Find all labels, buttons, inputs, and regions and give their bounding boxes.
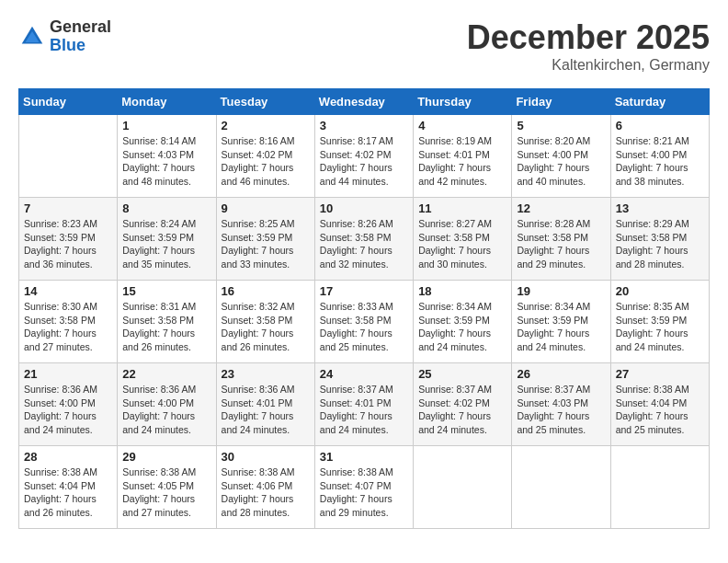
header-day-tuesday: Tuesday — [216, 89, 314, 115]
calendar-cell: 20Sunrise: 8:35 AMSunset: 3:59 PMDayligh… — [610, 281, 709, 363]
day-info: Sunrise: 8:20 AMSunset: 4:00 PMDaylight:… — [517, 134, 605, 189]
day-info: Sunrise: 8:34 AMSunset: 3:59 PMDaylight:… — [517, 300, 605, 354]
header-day-sunday: Sunday — [19, 89, 118, 115]
calendar-cell: 11Sunrise: 8:27 AMSunset: 3:58 PMDayligh… — [414, 198, 512, 281]
location-label: Kaltenkirchen, Germany — [467, 57, 710, 74]
logo: General Blue — [18, 18, 111, 55]
logo-icon — [18, 23, 46, 51]
header-row: SundayMondayTuesdayWednesdayThursdayFrid… — [19, 89, 710, 115]
header-day-wednesday: Wednesday — [314, 89, 413, 115]
day-number: 13 — [616, 201, 704, 215]
calendar-cell: 6Sunrise: 8:21 AMSunset: 4:00 PMDaylight… — [610, 115, 709, 198]
day-info: Sunrise: 8:23 AMSunset: 3:59 PMDaylight:… — [24, 217, 112, 271]
calendar-cell: 29Sunrise: 8:38 AMSunset: 4:05 PMDayligh… — [118, 446, 216, 529]
calendar-cell: 4Sunrise: 8:19 AMSunset: 4:01 PMDaylight… — [414, 115, 512, 198]
day-info: Sunrise: 8:38 AMSunset: 4:06 PMDaylight:… — [222, 465, 310, 520]
calendar-cell: 23Sunrise: 8:36 AMSunset: 4:01 PMDayligh… — [216, 363, 314, 446]
day-info: Sunrise: 8:37 AMSunset: 4:02 PMDaylight:… — [418, 383, 506, 437]
week-row-4: 28Sunrise: 8:38 AMSunset: 4:04 PMDayligh… — [19, 446, 710, 529]
calendar-cell: 15Sunrise: 8:31 AMSunset: 3:58 PMDayligh… — [118, 281, 216, 363]
day-number: 25 — [418, 367, 506, 381]
day-info: Sunrise: 8:17 AMSunset: 4:02 PMDaylight:… — [320, 134, 408, 189]
day-number: 10 — [320, 201, 408, 215]
day-number: 14 — [24, 284, 112, 298]
day-info: Sunrise: 8:35 AMSunset: 3:59 PMDaylight:… — [616, 300, 704, 354]
calendar-cell: 7Sunrise: 8:23 AMSunset: 3:59 PMDaylight… — [19, 198, 118, 281]
day-number: 5 — [517, 119, 605, 132]
day-info: Sunrise: 8:21 AMSunset: 4:00 PMDaylight:… — [616, 134, 704, 189]
day-info: Sunrise: 8:25 AMSunset: 3:59 PMDaylight:… — [222, 217, 310, 271]
calendar-header: SundayMondayTuesdayWednesdayThursdayFrid… — [19, 89, 710, 115]
day-number: 31 — [320, 450, 408, 464]
day-info: Sunrise: 8:38 AMSunset: 4:04 PMDaylight:… — [24, 465, 112, 520]
calendar-cell: 3Sunrise: 8:17 AMSunset: 4:02 PMDaylight… — [314, 115, 413, 198]
calendar-cell — [512, 446, 610, 529]
day-info: Sunrise: 8:38 AMSunset: 4:04 PMDaylight:… — [616, 383, 704, 437]
week-row-3: 21Sunrise: 8:36 AMSunset: 4:00 PMDayligh… — [19, 363, 710, 446]
day-info: Sunrise: 8:28 AMSunset: 3:58 PMDaylight:… — [517, 217, 605, 271]
day-number: 29 — [122, 450, 210, 464]
day-number: 3 — [320, 119, 408, 132]
day-number: 18 — [418, 284, 506, 298]
day-number: 9 — [222, 201, 310, 215]
day-number: 22 — [122, 367, 210, 381]
calendar-cell: 8Sunrise: 8:24 AMSunset: 3:59 PMDaylight… — [118, 198, 216, 281]
calendar-cell: 18Sunrise: 8:34 AMSunset: 3:59 PMDayligh… — [414, 281, 512, 363]
calendar-table: SundayMondayTuesdayWednesdayThursdayFrid… — [18, 88, 710, 529]
day-number: 26 — [517, 367, 605, 381]
day-number: 11 — [418, 201, 506, 215]
calendar-cell: 21Sunrise: 8:36 AMSunset: 4:00 PMDayligh… — [19, 363, 118, 446]
day-info: Sunrise: 8:26 AMSunset: 3:58 PMDaylight:… — [320, 217, 408, 271]
calendar-cell: 22Sunrise: 8:36 AMSunset: 4:00 PMDayligh… — [118, 363, 216, 446]
calendar-cell — [610, 446, 709, 529]
day-number: 2 — [222, 119, 310, 132]
calendar-cell: 17Sunrise: 8:33 AMSunset: 3:58 PMDayligh… — [314, 281, 413, 363]
day-info: Sunrise: 8:29 AMSunset: 3:58 PMDaylight:… — [616, 217, 704, 271]
day-info: Sunrise: 8:32 AMSunset: 3:58 PMDaylight:… — [222, 300, 310, 354]
calendar-cell: 9Sunrise: 8:25 AMSunset: 3:59 PMDaylight… — [216, 198, 314, 281]
calendar-cell: 24Sunrise: 8:37 AMSunset: 4:01 PMDayligh… — [314, 363, 413, 446]
header-day-saturday: Saturday — [610, 89, 709, 115]
calendar-cell: 14Sunrise: 8:30 AMSunset: 3:58 PMDayligh… — [19, 281, 118, 363]
day-number: 30 — [222, 450, 310, 464]
calendar-cell: 31Sunrise: 8:38 AMSunset: 4:07 PMDayligh… — [314, 446, 413, 529]
day-info: Sunrise: 8:30 AMSunset: 3:58 PMDaylight:… — [24, 300, 112, 354]
day-number: 4 — [418, 119, 506, 132]
week-row-1: 7Sunrise: 8:23 AMSunset: 3:59 PMDaylight… — [19, 198, 710, 281]
calendar-cell: 1Sunrise: 8:14 AMSunset: 4:03 PMDaylight… — [118, 115, 216, 198]
calendar-cell — [414, 446, 512, 529]
day-info: Sunrise: 8:14 AMSunset: 4:03 PMDaylight:… — [122, 134, 210, 189]
day-info: Sunrise: 8:24 AMSunset: 3:59 PMDaylight:… — [122, 217, 210, 271]
logo-blue-label: Blue — [50, 37, 111, 55]
week-row-0: 1Sunrise: 8:14 AMSunset: 4:03 PMDaylight… — [19, 115, 710, 198]
header-day-thursday: Thursday — [414, 89, 512, 115]
calendar-cell: 2Sunrise: 8:16 AMSunset: 4:02 PMDaylight… — [216, 115, 314, 198]
month-title: December 2025 — [467, 18, 710, 57]
page-header: General Blue December 2025 Kaltenkirchen… — [18, 18, 710, 74]
day-info: Sunrise: 8:37 AMSunset: 4:03 PMDaylight:… — [517, 383, 605, 437]
day-info: Sunrise: 8:36 AMSunset: 4:00 PMDaylight:… — [122, 383, 210, 437]
header-day-friday: Friday — [512, 89, 610, 115]
day-info: Sunrise: 8:36 AMSunset: 4:01 PMDaylight:… — [222, 383, 310, 437]
day-number: 23 — [222, 367, 310, 381]
logo-general-label: General — [50, 18, 111, 37]
day-number: 7 — [24, 201, 112, 215]
day-info: Sunrise: 8:38 AMSunset: 4:07 PMDaylight:… — [320, 465, 408, 520]
day-number: 6 — [616, 119, 704, 132]
day-number: 27 — [616, 367, 704, 381]
day-number: 19 — [517, 284, 605, 298]
day-number: 8 — [122, 201, 210, 215]
calendar-cell: 16Sunrise: 8:32 AMSunset: 3:58 PMDayligh… — [216, 281, 314, 363]
calendar-cell: 5Sunrise: 8:20 AMSunset: 4:00 PMDaylight… — [512, 115, 610, 198]
day-info: Sunrise: 8:36 AMSunset: 4:00 PMDaylight:… — [24, 383, 112, 437]
day-number: 15 — [122, 284, 210, 298]
day-info: Sunrise: 8:37 AMSunset: 4:01 PMDaylight:… — [320, 383, 408, 437]
header-day-monday: Monday — [118, 89, 216, 115]
calendar-cell: 13Sunrise: 8:29 AMSunset: 3:58 PMDayligh… — [610, 198, 709, 281]
calendar-cell: 10Sunrise: 8:26 AMSunset: 3:58 PMDayligh… — [314, 198, 413, 281]
calendar-cell: 28Sunrise: 8:38 AMSunset: 4:04 PMDayligh… — [19, 446, 118, 529]
calendar-cell: 19Sunrise: 8:34 AMSunset: 3:59 PMDayligh… — [512, 281, 610, 363]
day-number: 12 — [517, 201, 605, 215]
day-number: 28 — [24, 450, 112, 464]
calendar-cell: 25Sunrise: 8:37 AMSunset: 4:02 PMDayligh… — [414, 363, 512, 446]
